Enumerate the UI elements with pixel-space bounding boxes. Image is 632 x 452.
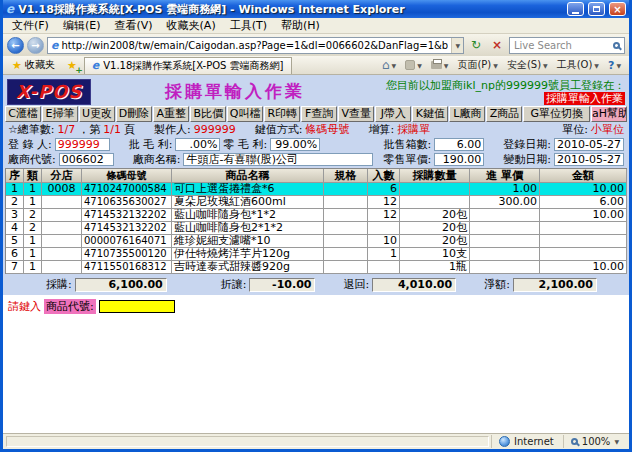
toolbar-button[interactable]: Z商品 <box>486 106 522 122</box>
search-icon[interactable] <box>613 42 620 49</box>
print-icon <box>431 61 442 69</box>
vendor-row: 廠商代號: 006602 廠商名稱: 牛頭店-有喜聯(股)公司 零售單價: 19… <box>3 152 629 167</box>
page-content: X-POS 採購單輸入作業 您目前以加盟商ikl_np的999999號員工登錄在… <box>3 75 629 433</box>
toolbar-button[interactable]: G單位切換 <box>523 106 590 122</box>
toolbar-button[interactable]: A重整 <box>153 106 189 122</box>
total-count-value: 1/7 <box>58 123 76 136</box>
col-header-branch: 分店 <box>42 169 82 183</box>
toolbar-button[interactable]: U更改 <box>79 106 115 122</box>
cell-qty: 10支 <box>400 248 470 261</box>
cell-seq: 5 <box>6 235 24 248</box>
cell-spec <box>324 235 368 248</box>
table-row[interactable]: 5 1 0000076164071 維珍妮細支濾嘴*10 10 20包 <box>6 235 627 248</box>
cell-amount: 6.00 <box>540 196 627 209</box>
net-total-value: 2,100.00 <box>513 278 597 292</box>
vendor-name-field[interactable]: 牛頭店-有喜聯(股)公司 <box>183 153 373 166</box>
menu-item[interactable]: 文件(F) <box>5 18 56 33</box>
cell-amount <box>540 248 627 261</box>
stop-button[interactable]: × <box>488 37 506 54</box>
print-button[interactable]: ▼ <box>427 57 453 73</box>
minimize-button[interactable] <box>567 2 584 16</box>
ie-logo-icon: e <box>6 3 14 15</box>
batch-boxes-field[interactable]: 6.00 <box>434 138 484 151</box>
toolbar-button[interactable]: Q叫檔 <box>227 106 263 122</box>
home-button[interactable]: ⌂▼ <box>378 57 400 73</box>
browser-tab[interactable]: e V1.18採購作業系統[X-POS 雲端商務網] <box>84 57 292 74</box>
tools-menu-button[interactable]: 工具(O)▼ <box>553 57 603 73</box>
search-box[interactable] <box>509 37 625 54</box>
address-url: http://win2008/tw/emain/Caigodan.asp?Pag… <box>61 40 448 51</box>
menu-item[interactable]: 帮助(H) <box>274 18 327 33</box>
product-code-input[interactable] <box>99 300 175 313</box>
toolbar-button[interactable]: R印轉 <box>264 106 300 122</box>
cell-branch <box>42 222 82 235</box>
refresh-button[interactable]: ↻ <box>467 37 485 54</box>
title-bar[interactable]: e V1.18採購作業系統[X-POS 雲端商務網] - Windows Int… <box>3 0 629 18</box>
cell-pack: 12 <box>368 196 400 209</box>
address-dropdown-icon[interactable]: ▼ <box>451 38 463 53</box>
batch-margin-label: 批 毛 利: <box>129 137 173 152</box>
page-suffix-label: 頁 <box>124 122 135 137</box>
help-icon: ? <box>608 59 614 72</box>
forward-button[interactable]: → <box>27 37 44 54</box>
cell-price <box>470 235 540 248</box>
vendor-code-field[interactable]: 006602 <box>59 153 114 166</box>
favorites-button[interactable]: ★ 收藏夹 <box>7 57 60 73</box>
feeds-button[interactable]: ▼ <box>401 57 426 73</box>
col-header-name: 商品名稱 <box>172 169 324 183</box>
zero-margin-label: 零 毛 利: <box>223 137 267 152</box>
cell-type: 1 <box>24 261 42 274</box>
close-button[interactable]: × <box>609 2 626 16</box>
table-row[interactable]: 1 1 0008 4710247000584 可口上選蛋捲禮盒*6 6 1.00… <box>6 183 627 196</box>
operator-field[interactable]: 999999 <box>55 138 110 151</box>
toolbar-button[interactable]: C滙檔 <box>5 106 41 122</box>
vendor-name-label: 廠商名稱: <box>133 152 181 167</box>
maximize-button[interactable] <box>588 2 605 16</box>
back-button[interactable]: ← <box>7 37 24 54</box>
menu-item[interactable]: 工具(T) <box>223 18 274 33</box>
tools-menu-label: 工具(O) <box>557 58 593 72</box>
add-favorite-button[interactable]: ★ + <box>63 57 81 73</box>
cell-spec <box>324 196 368 209</box>
toolbar-button[interactable]: F查詢 <box>301 106 337 122</box>
table-row[interactable]: 6 1 4710735500120 伊仕特燒烤洋芋片120g 1 10支 <box>6 248 627 261</box>
cell-amount: 10.00 <box>540 183 627 196</box>
table-row[interactable]: 4 2 4714532132202 藍山咖啡隨身包2*1*2 20包 <box>6 222 627 235</box>
maker-label: 製作人: <box>154 122 191 137</box>
cell-type: 1 <box>24 248 42 261</box>
table-row[interactable]: 7 1 4711550168312 吉時達泰式甜辣醬920g 1瓶 10.00 <box>6 261 627 274</box>
toolbar-button[interactable]: L廠商 <box>449 106 485 122</box>
purchase-total-label: 採購: <box>46 277 72 292</box>
zero-margin-field[interactable]: 99.00% <box>270 138 320 151</box>
cell-spec <box>324 248 368 261</box>
toolbar-button[interactable]: B比價 <box>190 106 226 122</box>
help-button[interactable]: ?▼ <box>604 57 625 73</box>
search-input[interactable] <box>514 40 610 51</box>
address-bar[interactable]: e http://win2008/tw/emain/Caigodan.asp?P… <box>47 37 464 54</box>
menu-item[interactable]: 查看(V) <box>107 18 159 33</box>
retail-price-field[interactable]: 190.00 <box>434 153 484 166</box>
toolbar-button[interactable]: E掃筆 <box>42 106 78 122</box>
favorites-label: 收藏夹 <box>25 58 55 72</box>
menu-item[interactable]: 收藏夹(A) <box>160 18 223 33</box>
cell-qty <box>400 183 470 196</box>
toolbar-button[interactable]: J帶入 <box>375 106 411 122</box>
toolbar-button[interactable]: aH幫助 <box>591 106 627 122</box>
page-number-value: 1/1 <box>103 123 121 136</box>
table-body: 1 1 0008 4710247000584 可口上選蛋捲禮盒*6 6 1.00… <box>6 183 627 274</box>
cell-type: 1 <box>24 235 42 248</box>
login-date-field[interactable]: 2010-05-27 <box>554 138 624 151</box>
toolbar-button[interactable]: V查量 <box>338 106 374 122</box>
menu-item[interactable]: 编辑(E) <box>56 18 108 33</box>
zone-label: Internet <box>514 436 554 447</box>
toolbar-button[interactable]: D刪除 <box>116 106 152 122</box>
table-row[interactable]: 3 2 4714532132202 藍山咖啡隨身包*1*2 12 20包 10.… <box>6 209 627 222</box>
page-menu-button[interactable]: 页面(P)▼ <box>453 57 501 73</box>
batch-margin-field[interactable]: .00% <box>175 138 220 151</box>
safety-menu-button[interactable]: 安全(S)▼ <box>503 57 552 73</box>
change-date-field[interactable]: 2010-05-27 <box>554 153 624 166</box>
discount-label: 折讓: <box>221 277 247 292</box>
table-row[interactable]: 2 1 4710635630027 夏朵尼玫瑰紅酒600ml 12 300.00… <box>6 196 627 209</box>
zoom-control[interactable]: 100% ▼ <box>563 435 626 448</box>
toolbar-button[interactable]: K鍵值 <box>412 106 448 122</box>
